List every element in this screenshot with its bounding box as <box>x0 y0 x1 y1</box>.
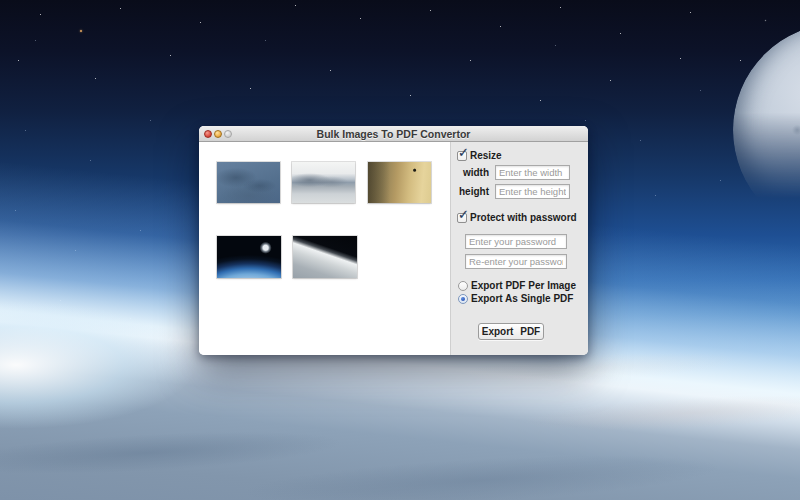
export-pdf-button[interactable]: Export PDF <box>478 323 544 340</box>
image-thumbnail-misty-lake[interactable] <box>292 162 355 203</box>
resize-checkbox[interactable]: ✓ <box>457 151 467 161</box>
width-label: width <box>459 167 489 178</box>
export-single-pdf-radio[interactable] <box>458 294 468 304</box>
confirm-password-input[interactable] <box>465 254 567 269</box>
password-input[interactable] <box>465 234 567 249</box>
traffic-lights <box>204 130 232 138</box>
height-label: height <box>459 186 489 197</box>
image-thumbnail-earth-moon[interactable] <box>217 236 281 278</box>
export-single-pdf-label: Export As Single PDF <box>471 293 573 304</box>
export-per-image-label: Export PDF Per Image <box>471 280 576 291</box>
close-button[interactable] <box>204 130 212 138</box>
desktop-wallpaper: Bulk Images To PDF Convertor ✓ Resize wi… <box>0 0 800 500</box>
radio-dot-icon <box>461 297 465 301</box>
width-input[interactable] <box>495 165 570 180</box>
zoom-button[interactable] <box>224 130 232 138</box>
checkmark-icon: ✓ <box>458 207 469 222</box>
app-window: Bulk Images To PDF Convertor ✓ Resize wi… <box>199 126 588 355</box>
resize-label: Resize <box>470 150 502 161</box>
height-input[interactable] <box>495 184 570 199</box>
protect-password-label: Protect with password <box>470 212 577 223</box>
protect-password-checkbox[interactable]: ✓ <box>457 213 467 223</box>
export-per-image-radio[interactable] <box>458 281 468 291</box>
minimize-button[interactable] <box>214 130 222 138</box>
options-panel: ✓ Resize width height ✓ Protect with pas… <box>450 142 588 355</box>
window-title: Bulk Images To PDF Convertor <box>239 126 548 142</box>
titlebar[interactable]: Bulk Images To PDF Convertor <box>199 126 588 142</box>
image-thumbnail-earth-horizon[interactable] <box>293 236 357 278</box>
checkmark-icon: ✓ <box>458 145 469 160</box>
image-thumbnail-golden-cliff[interactable] <box>368 162 431 203</box>
image-thumbnail-world-map[interactable] <box>217 162 280 203</box>
